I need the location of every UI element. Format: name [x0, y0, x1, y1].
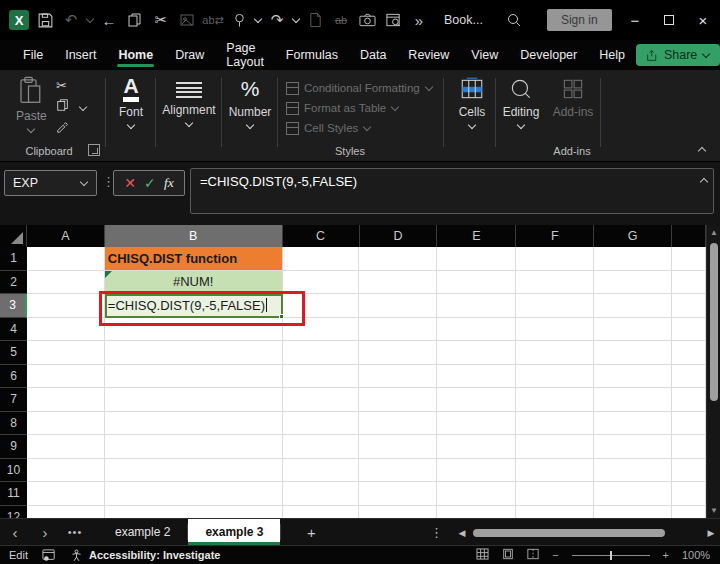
cell-G3[interactable] — [594, 294, 672, 318]
tab-developer[interactable]: Developer — [509, 42, 588, 68]
share-button[interactable]: Share — [636, 44, 720, 66]
horizontal-scrollbar-thumb[interactable] — [473, 529, 665, 537]
picture-icon[interactable] — [176, 8, 198, 32]
row-header-4[interactable]: 4 — [0, 318, 27, 342]
cell-F5[interactable] — [516, 341, 594, 365]
cell-B9[interactable] — [105, 435, 283, 459]
addins-button[interactable]: Add-ins — [550, 76, 596, 119]
cell-F10[interactable] — [516, 459, 594, 483]
cell-D5[interactable] — [359, 341, 437, 365]
cell-F1[interactable] — [516, 247, 594, 271]
macro-record-icon[interactable] — [42, 549, 56, 562]
scroll-left-icon[interactable]: ◀ — [453, 528, 471, 538]
alignment-group-button[interactable]: Alignment — [160, 76, 218, 128]
cell-B12[interactable] — [105, 506, 283, 519]
accessibility-status[interactable]: Accessibility: Investigate — [89, 549, 220, 561]
cell-D11[interactable] — [359, 482, 437, 506]
formula-bar-expand-icon[interactable] — [700, 176, 708, 184]
cell-G1[interactable] — [594, 247, 672, 271]
cut-icon[interactable]: ✂ — [150, 8, 172, 32]
cell-D12[interactable] — [359, 506, 437, 519]
tab-help[interactable]: Help — [588, 42, 636, 68]
format-painter-button[interactable] — [56, 120, 87, 137]
cell-F7[interactable] — [516, 388, 594, 412]
cell-C10[interactable] — [283, 459, 360, 483]
cell-F8[interactable] — [516, 412, 594, 436]
row-header-3[interactable]: 3 — [0, 294, 27, 318]
cell-D4[interactable] — [359, 318, 437, 342]
strikethrough-icon[interactable]: ab — [330, 8, 352, 32]
cell-D10[interactable] — [359, 459, 437, 483]
tab-view[interactable]: View — [460, 42, 509, 68]
row-header-12[interactable]: 12 — [0, 506, 27, 519]
cell-E8[interactable] — [437, 412, 516, 436]
cell-H10[interactable] — [672, 459, 706, 483]
scrollbar-options-icon[interactable]: ⋮ — [430, 525, 443, 540]
cells-button[interactable]: Cells — [450, 76, 494, 130]
all-sheets-icon[interactable]: ••• — [60, 519, 90, 545]
row-header-11[interactable]: 11 — [0, 482, 27, 506]
cell-B7[interactable] — [105, 388, 283, 412]
cell-B11[interactable] — [105, 482, 283, 506]
cell-A11[interactable] — [27, 482, 105, 506]
tab-home[interactable]: Home — [107, 42, 164, 68]
zoom-slider[interactable] — [572, 555, 650, 556]
clipboard-dialog-launcher-icon[interactable] — [88, 144, 100, 156]
cell-G6[interactable] — [594, 365, 672, 389]
cell-A4[interactable] — [27, 318, 105, 342]
format-as-table-button[interactable]: Format as Table — [286, 98, 433, 118]
cell-H7[interactable] — [672, 388, 706, 412]
cell-H1[interactable] — [672, 247, 706, 271]
cell-H5[interactable] — [672, 341, 706, 365]
tab-formulas[interactable]: Formulas — [275, 42, 349, 68]
font-group-button[interactable]: A Font — [112, 76, 150, 130]
cell-E6[interactable] — [437, 365, 516, 389]
cell-G2[interactable] — [594, 271, 672, 295]
maximize-button[interactable] — [652, 5, 686, 35]
column-header-C[interactable]: C — [283, 225, 360, 247]
cell-H3[interactable] — [672, 294, 706, 318]
cell-E1[interactable] — [437, 247, 516, 271]
row-header-5[interactable]: 5 — [0, 341, 27, 365]
cell-B5[interactable] — [105, 341, 283, 365]
add-sheet-button[interactable]: + — [281, 519, 341, 545]
cell-B1[interactable]: CHISQ.DIST function — [105, 247, 283, 271]
cell-D6[interactable] — [359, 365, 437, 389]
cancel-icon[interactable]: ✕ — [124, 175, 136, 191]
cell-G8[interactable] — [594, 412, 672, 436]
cell-A3[interactable] — [27, 294, 105, 318]
page-layout-view-icon[interactable] — [502, 548, 514, 562]
sheet-tab-example-3[interactable]: example 3 — [188, 519, 280, 545]
tab-review[interactable]: Review — [397, 42, 460, 68]
column-header-D[interactable]: D — [360, 225, 438, 247]
row-header-7[interactable]: 7 — [0, 388, 27, 412]
lookup-book-icon[interactable] — [382, 8, 404, 32]
redo-icon[interactable]: ↷ — [266, 8, 288, 32]
close-button[interactable]: × — [686, 5, 720, 35]
replace-icon[interactable]: ab⇄ — [202, 8, 224, 32]
cell-G4[interactable] — [594, 318, 672, 342]
cell-D1[interactable] — [359, 247, 437, 271]
row-header-2[interactable]: 2 — [0, 271, 27, 295]
cell-C6[interactable] — [283, 365, 360, 389]
enter-icon[interactable]: ✓ — [144, 175, 156, 191]
cell-F4[interactable] — [516, 318, 594, 342]
cell-D9[interactable] — [359, 435, 437, 459]
cell-H8[interactable] — [672, 412, 706, 436]
scroll-up-icon[interactable]: ▲ — [707, 228, 720, 237]
column-header-F[interactable]: F — [516, 225, 594, 247]
cell-F11[interactable] — [516, 482, 594, 506]
cell-C12[interactable] — [283, 506, 360, 519]
cell-E12[interactable] — [437, 506, 516, 519]
zoom-out-icon[interactable]: − — [552, 549, 558, 561]
cell-E10[interactable] — [437, 459, 516, 483]
zoom-slider-thumb[interactable] — [610, 551, 612, 560]
cell-A2[interactable] — [27, 271, 105, 295]
tab-data[interactable]: Data — [349, 42, 397, 68]
cell-A1[interactable] — [27, 247, 105, 271]
cell-C7[interactable] — [283, 388, 360, 412]
prev-sheet-icon[interactable]: ‹ — [0, 519, 30, 545]
copy-button[interactable] — [56, 98, 87, 115]
save-icon[interactable] — [34, 8, 56, 32]
undo-icon[interactable]: ↶ — [60, 8, 82, 32]
